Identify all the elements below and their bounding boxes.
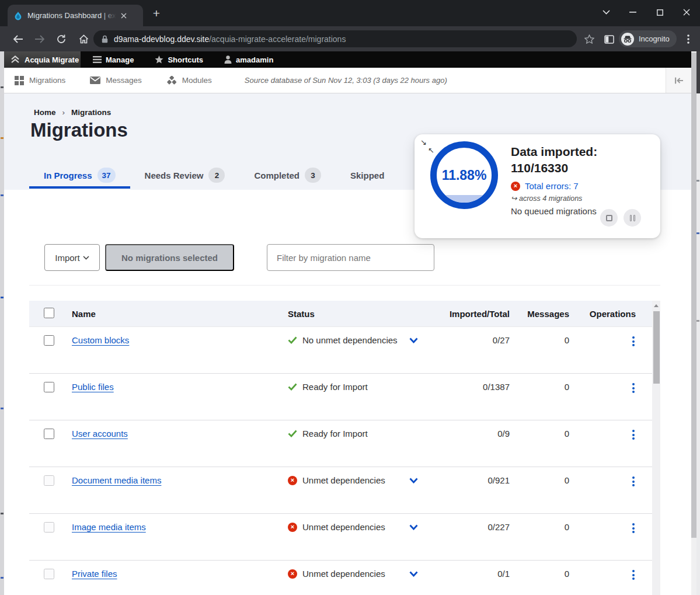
column-header-status: Status — [288, 309, 422, 319]
status-error-icon: × — [288, 569, 297, 579]
migration-name-link[interactable]: Document media items — [72, 475, 161, 485]
migration-name-link[interactable]: Image media items — [72, 522, 146, 532]
toolbar-item-shortcuts[interactable]: Shortcuts — [146, 51, 212, 68]
migration-name-link[interactable]: Private files — [72, 569, 117, 579]
acquia-migrate-brand[interactable]: Acquia Migrate — [4, 51, 81, 68]
status-expand-icon[interactable] — [409, 478, 418, 483]
admin-toolbar: Acquia Migrate Manage Shortcuts amadamin — [4, 51, 691, 68]
migration-name-link[interactable]: Public files — [72, 382, 114, 392]
close-button[interactable] — [673, 0, 700, 25]
tab-title: Migrations Dashboard | example — [27, 11, 116, 20]
resize-se-icon[interactable]: ↘ — [420, 138, 427, 146]
messages-value: 0 — [510, 382, 572, 392]
messages-value: 0 — [510, 569, 572, 579]
messages-label: Messages — [106, 76, 142, 85]
row-checkbox[interactable] — [44, 335, 54, 346]
background-window-sliver-left — [0, 51, 4, 595]
hamburger-icon — [93, 56, 102, 63]
source-database-note: Source database of Sun Nov 12, 3:03 (3 d… — [245, 76, 447, 85]
kebab-menu-icon — [632, 523, 635, 533]
reload-icon[interactable] — [54, 32, 69, 47]
table-header: Name Status Imported/Total Messages Oper… — [29, 301, 660, 327]
row-checkbox[interactable] — [44, 522, 54, 533]
tab-skipped[interactable]: Skipped — [336, 161, 399, 190]
status-cell: × Ready for Import — [288, 382, 422, 392]
row-checkbox[interactable] — [44, 382, 54, 392]
new-tab-button[interactable]: + — [149, 6, 164, 21]
modules-icon — [166, 76, 177, 85]
row-operations-button[interactable] — [572, 522, 652, 533]
back-icon[interactable] — [11, 32, 26, 47]
table-row: User accounts × Ready for Import 0/9 0 — [29, 420, 660, 467]
incognito-icon — [621, 33, 634, 46]
table-scrollbar[interactable] — [652, 301, 660, 595]
maximize-button[interactable] — [646, 0, 673, 25]
status-cell: × Unmet dependencies — [288, 475, 422, 485]
toolbar-item-user[interactable]: amadamin — [215, 51, 282, 68]
toolbar-item-manage[interactable]: Manage — [84, 51, 142, 68]
row-operations-button[interactable] — [572, 382, 652, 393]
home-icon[interactable] — [76, 32, 91, 47]
migration-name-link[interactable]: Custom blocks — [72, 335, 129, 345]
total-errors-link[interactable]: Total errors: 7 — [525, 181, 579, 191]
row-checkbox[interactable] — [44, 475, 54, 486]
browser-scrollbar[interactable] — [691, 51, 696, 595]
url-path: /acquia-migrate-accelerate/migrations — [209, 34, 346, 44]
select-all-checkbox[interactable] — [44, 308, 54, 318]
tab-completed[interactable]: Completed 3 — [239, 161, 336, 190]
minimize-button[interactable] — [619, 0, 646, 25]
messages-value: 0 — [510, 335, 572, 345]
imported-total-value: 0/227 — [422, 522, 510, 532]
tab-needs-review[interactable]: Needs Review 2 — [130, 161, 240, 190]
pause-button[interactable] — [624, 209, 641, 227]
progress-percent: 11.88% — [437, 148, 492, 203]
forward-icon[interactable] — [32, 32, 47, 47]
status-label: Unmet dependencies — [302, 475, 385, 485]
tab-in-progress[interactable]: In Progress 37 — [29, 161, 130, 190]
bookmark-star-icon[interactable] — [581, 32, 597, 47]
scroll-up-arrow-icon[interactable] — [652, 301, 660, 310]
status-label: No unmet dependencies — [302, 335, 398, 345]
row-operations-button[interactable] — [572, 475, 652, 486]
row-checkbox[interactable] — [44, 569, 54, 579]
table-body: Custom blocks × No unmet dependencies 0/… — [29, 327, 660, 595]
imported-total-value: 0/27 — [422, 335, 510, 345]
status-expand-icon[interactable] — [409, 337, 418, 343]
status-success-icon — [288, 336, 297, 344]
status-label: Ready for Import — [302, 429, 368, 439]
browser-scrollbar-thumb[interactable] — [691, 53, 696, 538]
tab-close-icon[interactable] — [121, 13, 127, 19]
row-operations-button[interactable] — [572, 335, 652, 346]
no-migrations-selected-button[interactable]: No migrations selected — [105, 244, 234, 271]
address-bar[interactable]: d9ama-ddevblog.ddev.site/acquia-migrate-… — [93, 30, 577, 47]
row-operations-button[interactable] — [572, 569, 652, 580]
browser-menu-icon[interactable] — [681, 32, 696, 47]
toolbar-item-modules[interactable]: Modules — [158, 76, 220, 85]
stop-button[interactable] — [600, 209, 618, 227]
background-window-sliver-right — [696, 51, 700, 595]
tab-label: In Progress — [44, 171, 92, 180]
browser-tab[interactable]: Migrations Dashboard | example — [8, 5, 143, 26]
lock-icon — [102, 35, 108, 43]
resize-nw-icon[interactable]: ↖ — [428, 147, 434, 154]
browser-navbar: d9ama-ddevblog.ddev.site/acquia-migrate-… — [0, 26, 700, 51]
secondary-toolbar: Migrations Messages Modules Source datab… — [4, 68, 691, 93]
table-row: Image media items × Unmet dependencies 0… — [29, 514, 660, 561]
row-checkbox[interactable] — [44, 429, 54, 439]
migration-tabs: In Progress 37 Needs Review 2 Completed … — [29, 161, 399, 190]
toolbar-item-messages[interactable]: Messages — [82, 76, 150, 85]
side-panel-icon[interactable] — [601, 32, 617, 47]
migration-name-link[interactable]: User accounts — [72, 429, 128, 439]
import-dropdown-button[interactable]: Import — [44, 244, 100, 271]
breadcrumb-home-link[interactable]: Home — [34, 108, 56, 117]
toolbar-item-migrations[interactable]: Migrations — [6, 76, 74, 85]
tab-search-icon[interactable] — [593, 0, 619, 25]
status-expand-icon[interactable] — [409, 524, 418, 530]
status-expand-icon[interactable] — [409, 571, 418, 577]
chevron-down-icon — [83, 256, 89, 260]
column-header-imported-total: Imported/Total — [422, 309, 510, 319]
row-operations-button[interactable] — [572, 429, 652, 440]
table-scrollbar-thumb[interactable] — [653, 311, 660, 384]
filter-migrations-input[interactable] — [267, 244, 434, 271]
collapse-toolbar-button[interactable] — [666, 68, 691, 93]
